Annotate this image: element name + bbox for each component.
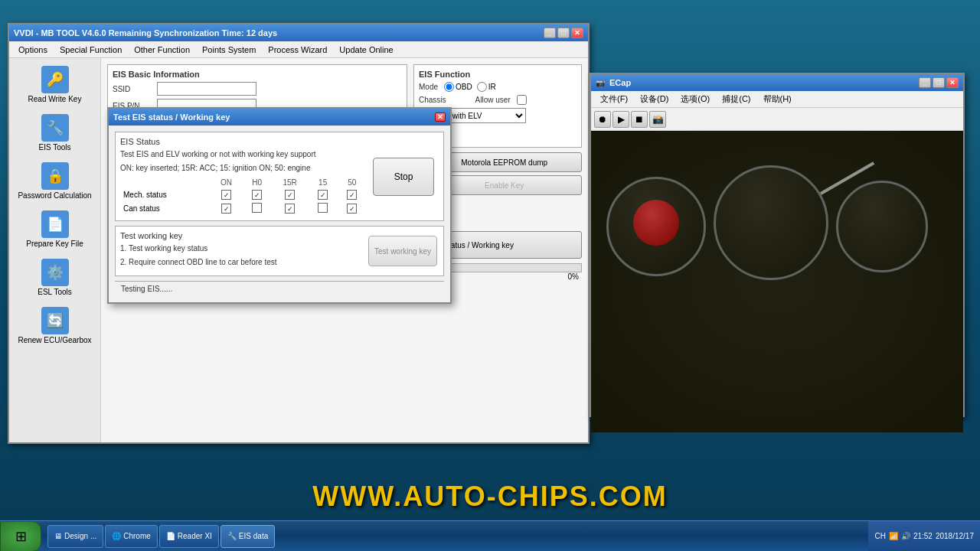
mech-15r [272,188,309,201]
chassis-row: Chassis Allow user [419,95,577,105]
date-display: 2018/12/17 [936,532,974,540]
ecap-stop-button[interactable]: ⏹ [631,111,648,128]
ecap-menu-help[interactable]: 帮助(H) [757,92,798,106]
test-eis-dialog: Test EIS status / Working key ✕ EIS Stat… [107,107,452,304]
sidebar: 🔑 Read Write Key 🔧 EIS Tools 🔒 Password … [9,58,101,442]
eis-desc-line1: Test EIS and ELV working or not with wor… [120,149,367,160]
menu-special-function[interactable]: Special Function [54,44,128,56]
menu-process-wizard[interactable]: Process Wizard [262,44,333,56]
ecap-snapshot-button[interactable]: 📸 [649,111,666,128]
dialog-close-button[interactable]: ✕ [435,112,446,122]
maximize-button[interactable]: □ [557,28,570,38]
sidebar-item-renew-ecu[interactable]: 🔄 Renew ECU/Gearbox [9,302,100,349]
password-calc-icon: 🔒 [41,162,69,190]
main-title: VVDI - MB TOOL V4.6.0 Remaining Synchron… [14,28,544,37]
ecap-toolbar: ⏺ ▶ ⏹ 📸 [591,108,963,131]
menu-options[interactable]: Options [12,44,54,56]
window-controls: _ □ ✕ [544,28,583,38]
mech-h0 [242,188,271,201]
start-button[interactable]: ⊞ [0,521,41,552]
camera-image [591,131,963,432]
obd-radio[interactable] [444,82,454,92]
ssid-input[interactable] [157,82,256,96]
design-label: Design ... [64,532,96,540]
sidebar-label-eis-tools: EIS Tools [38,143,70,152]
ecap-window: 📷 ECap _ □ ✕ 文件(F) 设备(D) 选项(O) 捕捉(C) 帮助(… [590,73,965,417]
prepare-key-icon: 📄 [41,210,69,238]
table-header-row: ON H0 15R 15 50 [120,177,367,188]
mech-50 [338,188,367,201]
ecap-maximize-button[interactable]: □ [933,77,945,88]
ecap-record-button[interactable]: ⏺ [594,111,611,128]
ch-label: CH [874,532,885,540]
obd-radio-item: OBD [444,82,472,92]
ssid-label: SSID [113,85,151,93]
can-on [211,201,243,216]
mech-on [211,188,243,201]
dialog-titlebar: Test EIS status / Working key ✕ [109,109,450,126]
ir-radio[interactable] [477,82,487,92]
sidebar-label-password-calc: Password Calculation [18,191,91,200]
chassis-label: Chassis [419,96,446,104]
can-label: Can status [120,201,211,216]
menu-other-function[interactable]: Other Function [128,44,196,56]
eis-desc-line2: ON: key inserted; 15R: ACC; 15: ignition… [120,163,367,174]
ecap-menu-options[interactable]: 选项(O) [675,92,716,106]
col-15r: 15R [272,177,309,188]
sidebar-item-eis-tools[interactable]: 🔧 EIS Tools [9,109,100,156]
sidebar-item-password-calc[interactable]: 🔒 Password Calculation [9,158,100,204]
desktop-icons-row: 📹 视频设备 🐧 腾讯QQ 💾 driver ⚡ X-PROM 5.5.0 🎬 … [0,513,6,519]
menubar: Options Special Function Other Function … [9,41,588,58]
col-on: ON [211,177,243,188]
mode-row: Mode OBD IR [419,82,577,92]
ecap-minimize-button[interactable]: _ [919,77,931,88]
allow-user-checkbox[interactable] [517,95,527,105]
eis-label: EIS data [239,532,268,540]
test-key-label: Test working key [374,247,431,256]
chrome-label: Chrome [123,532,151,540]
sidebar-item-esl-tools[interactable]: ⚙️ ESL Tools [9,254,100,301]
eis-function-title: EIS Function [419,70,577,79]
ir-label: IR [488,83,496,91]
sidebar-label-prepare-key: Prepare Key File [26,240,83,248]
stop-label: Stop [394,171,413,182]
stop-button[interactable]: Stop [373,158,434,196]
can-h0 [242,201,271,216]
design-icon: 🖥 [54,532,62,540]
working-key-title: Test working key [120,231,359,240]
mech-label: Mech. status [120,188,211,201]
allow-user-label: Allow user [475,96,511,104]
eis-tools-icon: 🔧 [41,114,69,142]
taskbar-item-reader[interactable]: 📄 Reader XI [159,525,219,548]
ecap-menu-file[interactable]: 文件(F) [594,92,634,106]
sidebar-label-renew-ecu: Renew ECU/Gearbox [18,336,91,344]
eis-status-title: EIS Status [120,137,367,146]
taskbar-item-chrome[interactable]: 🌐 Chrome [105,525,158,548]
ir-radio-item: IR [477,82,496,92]
dialog-status-bar: Testing EIS...... [115,281,444,296]
status-table: ON H0 15R 15 50 Mech. status [120,177,367,216]
chrome-icon: 🌐 [112,532,121,540]
reader-label: Reader XI [178,532,212,540]
desktop: WWW.AUTO-CHIPS.COM VVDI - MB TOOL V4.6.0… [0,0,980,551]
col-50: 50 [338,177,367,188]
close-button[interactable]: ✕ [571,28,583,38]
test-working-key-button[interactable]: Test working key [368,236,437,266]
status-text: Testing EIS...... [121,285,172,293]
ecap-close-button[interactable]: ✕ [946,77,959,88]
menu-update-online[interactable]: Update Online [333,44,399,56]
ecap-title: ECap [609,78,919,87]
ecap-titlebar: 📷 ECap _ □ ✕ [591,74,963,91]
menu-points-system[interactable]: Points System [196,44,262,56]
taskbar-item-design[interactable]: 🖥 Design ... [47,525,103,548]
ecap-play-button[interactable]: ▶ [612,111,629,128]
ecap-menu-capture[interactable]: 捕捉(C) [716,92,756,106]
minimize-button[interactable]: _ [544,28,556,38]
dialog-title: Test EIS status / Working key [113,112,435,122]
ecap-menu-device[interactable]: 设备(D) [634,92,675,106]
sidebar-item-read-write-key[interactable]: 🔑 Read Write Key [9,61,100,108]
taskbar-item-eis[interactable]: 🔧 EIS data [220,525,275,548]
eis-status-section: EIS Status Test EIS and ELV working or n… [115,132,444,221]
sidebar-item-prepare-key[interactable]: 📄 Prepare Key File [9,206,100,253]
watermark: WWW.AUTO-CHIPS.COM [312,481,667,513]
